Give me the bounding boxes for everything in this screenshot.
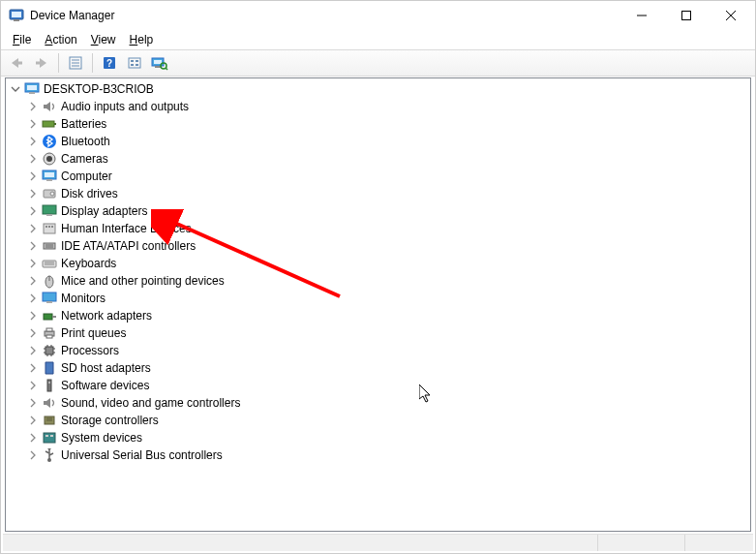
- minimize-button[interactable]: [620, 1, 664, 30]
- svg-rect-75: [50, 435, 53, 437]
- tree-node-print-queues[interactable]: Print queues: [6, 324, 750, 342]
- svg-rect-19: [136, 64, 138, 66]
- menubar: FFileile Action View Help: [1, 30, 755, 49]
- tree-node-label: Sound, video and game controllers: [61, 396, 240, 410]
- tree-root-node[interactable]: DESKTOP-B3CRIOB: [6, 80, 750, 98]
- device-tree[interactable]: DESKTOP-B3CRIOB Audio inputs and outputs…: [5, 77, 751, 532]
- chevron-right-icon[interactable]: [27, 345, 39, 356]
- tree-node-software-devices[interactable]: Software devices: [6, 377, 750, 394]
- svg-point-69: [48, 382, 50, 384]
- chevron-right-icon[interactable]: [27, 240, 39, 252]
- chevron-down-icon[interactable]: [10, 83, 21, 95]
- app-icon: [9, 8, 24, 23]
- battery-icon: [42, 116, 57, 132]
- chevron-right-icon[interactable]: [27, 380, 39, 391]
- tree-node-system-devices[interactable]: System devices: [6, 429, 750, 446]
- tree-node-computer[interactable]: Computer: [6, 168, 750, 185]
- tree-node-cameras[interactable]: Cameras: [6, 150, 750, 168]
- menu-view[interactable]: View: [85, 32, 122, 47]
- tree-node-label: Bluetooth: [61, 135, 110, 148]
- chevron-right-icon[interactable]: [27, 205, 39, 217]
- svg-rect-73: [44, 433, 55, 443]
- net-icon: [42, 308, 57, 323]
- tree-node-disk-drives[interactable]: Disk drives: [6, 185, 750, 202]
- chevron-right-icon[interactable]: [27, 432, 39, 444]
- chevron-right-icon[interactable]: [27, 118, 39, 130]
- status-segment: [3, 535, 598, 551]
- svg-rect-8: [36, 62, 41, 65]
- back-button[interactable]: [5, 52, 28, 74]
- tree-node-batteries[interactable]: Batteries: [6, 115, 750, 133]
- show-hidden-toolbar-button[interactable]: [123, 52, 146, 74]
- menu-help[interactable]: Help: [124, 32, 160, 47]
- tree-node-display-adapters[interactable]: Display adapters: [6, 202, 750, 220]
- chevron-right-icon[interactable]: [27, 136, 39, 147]
- svg-rect-68: [47, 380, 51, 391]
- chevron-right-icon[interactable]: [27, 362, 39, 374]
- chevron-right-icon[interactable]: [27, 292, 39, 304]
- chevron-right-icon[interactable]: [27, 101, 39, 112]
- scan-hardware-toolbar-button[interactable]: [148, 52, 171, 74]
- chevron-right-icon[interactable]: [27, 327, 39, 339]
- svg-rect-42: [48, 226, 50, 228]
- print-icon: [42, 325, 57, 341]
- properties-toolbar-button[interactable]: [64, 52, 87, 74]
- tree-root-label: DESKTOP-B3CRIOB: [44, 82, 154, 96]
- help-toolbar-button[interactable]: ?: [98, 52, 121, 74]
- maximize-button[interactable]: [664, 1, 709, 30]
- svg-rect-59: [45, 347, 53, 354]
- forward-button[interactable]: [30, 52, 53, 74]
- chevron-right-icon[interactable]: [27, 188, 39, 200]
- menu-file[interactable]: FFileile: [7, 32, 37, 47]
- tree-node-usb-controllers[interactable]: Universal Serial Bus controllers: [6, 446, 750, 464]
- tree-node-network-adapters[interactable]: Network adapters: [6, 307, 750, 324]
- svg-text:?: ?: [106, 58, 112, 69]
- chevron-right-icon[interactable]: [27, 153, 39, 165]
- chevron-right-icon[interactable]: [27, 275, 39, 287]
- kb-icon: [42, 256, 57, 271]
- svg-rect-53: [46, 301, 52, 303]
- tree-node-keyboards[interactable]: Keyboards: [6, 255, 750, 272]
- monitor-icon: [42, 291, 57, 306]
- chevron-right-icon[interactable]: [27, 170, 39, 182]
- svg-rect-44: [44, 243, 55, 249]
- disk-icon: [42, 186, 57, 201]
- tree-node-bluetooth[interactable]: Bluetooth: [6, 133, 750, 150]
- tree-node-ide-atapi-controllers[interactable]: IDE ATA/ATAPI controllers: [6, 237, 750, 255]
- chevron-right-icon[interactable]: [27, 310, 39, 322]
- tree-node-storage-controllers[interactable]: Storage controllers: [6, 412, 750, 429]
- tree-node-label: Storage controllers: [61, 414, 159, 427]
- tree-node-processors[interactable]: Processors: [6, 342, 750, 359]
- tree-node-label: Print queues: [61, 326, 126, 340]
- tree-node-audio-inputs-outputs[interactable]: Audio inputs and outputs: [6, 98, 750, 115]
- tree-node-label: System devices: [61, 431, 142, 445]
- cpu-icon: [42, 343, 57, 358]
- svg-rect-28: [43, 121, 54, 127]
- pc-icon: [42, 169, 57, 184]
- tree-node-label: Keyboards: [61, 257, 116, 270]
- storage-icon: [42, 413, 57, 428]
- svg-rect-40: [44, 224, 55, 233]
- tree-node-label: Audio inputs and outputs: [61, 100, 189, 113]
- status-segment: [685, 535, 753, 551]
- tree-node-sound-video-game-controllers[interactable]: Sound, video and game controllers: [6, 394, 750, 412]
- menu-action[interactable]: Action: [39, 32, 82, 47]
- tree-node-human-interface-devices[interactable]: Human Interface Devices: [6, 220, 750, 237]
- svg-rect-34: [45, 172, 54, 177]
- svg-point-37: [50, 192, 54, 196]
- chevron-right-icon[interactable]: [27, 223, 39, 234]
- svg-rect-17: [136, 60, 138, 62]
- tree-node-label: Cameras: [61, 152, 108, 166]
- tree-node-label: Mice and other pointing devices: [61, 274, 225, 288]
- chevron-right-icon[interactable]: [27, 449, 39, 461]
- chevron-right-icon[interactable]: [27, 397, 39, 409]
- usb-icon: [42, 447, 57, 463]
- close-button[interactable]: [709, 1, 753, 30]
- chevron-right-icon[interactable]: [27, 258, 39, 269]
- chevron-right-icon[interactable]: [27, 415, 39, 426]
- svg-rect-18: [131, 64, 134, 66]
- tree-node-monitors[interactable]: Monitors: [6, 290, 750, 307]
- tree-node-sd-host-adapters[interactable]: SD host adapters: [6, 359, 750, 377]
- svg-rect-43: [51, 226, 53, 228]
- tree-node-mice-pointing-devices[interactable]: Mice and other pointing devices: [6, 272, 750, 290]
